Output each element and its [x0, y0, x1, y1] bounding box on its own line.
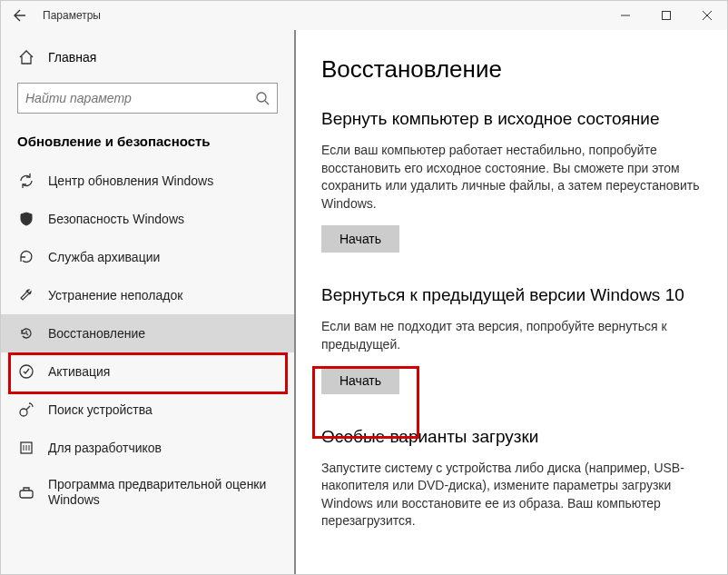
close-button[interactable]	[686, 1, 727, 30]
advanced-section: Особые варианты загрузки Запустите систе…	[321, 427, 707, 530]
nav-label: Устранение неполадок	[48, 288, 182, 303]
svg-rect-0	[662, 12, 670, 20]
svg-point-1	[257, 93, 266, 102]
home-label: Главная	[48, 50, 96, 64]
nav-label: Программа предварительной оценки Windows	[48, 477, 278, 508]
nav-windows-security[interactable]: Безопасность Windows	[1, 200, 294, 238]
advanced-desc: Запустите систему с устройства либо диск…	[321, 460, 707, 530]
goback-desc: Если вам не подходит эта версия, попробу…	[321, 318, 707, 353]
svg-rect-5	[20, 491, 33, 498]
backup-icon	[17, 248, 35, 266]
reset-start-button[interactable]: Начать	[321, 225, 399, 253]
insider-icon	[17, 483, 35, 501]
nav-label: Центр обновления Windows	[48, 173, 213, 189]
goback-start-button[interactable]: Начать	[321, 367, 399, 394]
developer-icon	[17, 439, 35, 457]
wrench-icon	[17, 286, 35, 304]
nav-troubleshoot[interactable]: Устранение неполадок	[1, 276, 294, 314]
shield-icon	[17, 210, 35, 228]
nav-developers[interactable]: Для разработчиков	[1, 429, 294, 467]
search-box[interactable]	[17, 83, 278, 114]
nav-label: Для разработчиков	[48, 441, 162, 456]
minimize-icon	[621, 11, 630, 20]
nav-backup[interactable]: Служба архивации	[1, 238, 294, 276]
window-title: Параметры	[43, 9, 101, 22]
sidebar-section-header: Обновление и безопасность	[1, 126, 294, 162]
find-device-icon	[17, 401, 35, 419]
back-button[interactable]	[1, 1, 39, 30]
page-title: Восстановление	[321, 55, 707, 84]
nav-activation[interactable]: Активация	[1, 352, 294, 391]
nav-find-device[interactable]: Поиск устройства	[1, 391, 294, 429]
search-input[interactable]	[25, 91, 255, 105]
maximize-icon	[662, 11, 671, 20]
goback-section: Вернуться к предыдущей версии Windows 10…	[321, 285, 707, 393]
minimize-button[interactable]	[605, 1, 645, 30]
nav-insider[interactable]: Программа предварительной оценки Windows	[1, 467, 294, 518]
svg-point-3	[20, 409, 27, 416]
home-icon	[17, 48, 35, 66]
close-icon	[703, 11, 712, 20]
nav-label: Безопасность Windows	[48, 212, 184, 227]
back-arrow-icon	[13, 8, 27, 23]
nav-label: Восстановление	[48, 326, 145, 342]
main-content: Восстановление Вернуть компьютер в исход…	[296, 30, 727, 574]
reset-section: Вернуть компьютер в исходное состояние Е…	[321, 109, 707, 253]
sidebar: Главная Обновление и безопасность Центр …	[1, 30, 296, 574]
nav-label: Поиск устройства	[48, 402, 152, 418]
home-link[interactable]: Главная	[1, 39, 294, 75]
reset-desc: Если ваш компьютер работает нестабильно,…	[321, 142, 707, 213]
search-icon	[255, 91, 270, 105]
nav-label: Активация	[48, 364, 110, 380]
advanced-title: Особые варианты загрузки	[321, 427, 707, 447]
maximize-button[interactable]	[645, 1, 686, 30]
check-icon	[17, 362, 35, 381]
reset-title: Вернуть компьютер в исходное состояние	[321, 109, 707, 129]
sync-icon	[17, 172, 35, 190]
goback-title: Вернуться к предыдущей версии Windows 10	[321, 285, 707, 305]
nav-recovery[interactable]: Восстановление	[1, 314, 294, 352]
nav-windows-update[interactable]: Центр обновления Windows	[1, 162, 294, 200]
history-icon	[17, 324, 35, 342]
nav-list: Центр обновления Windows Безопасность Wi…	[1, 162, 294, 518]
nav-label: Служба архивации	[48, 250, 160, 265]
